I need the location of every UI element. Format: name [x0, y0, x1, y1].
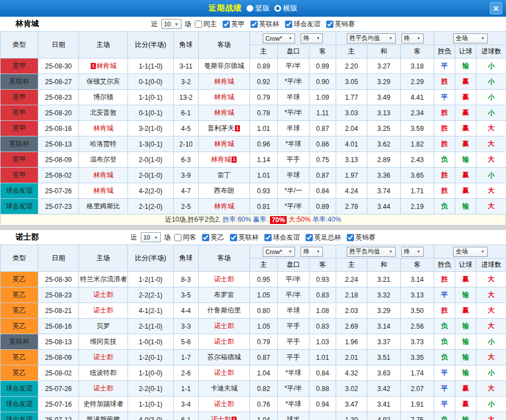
scope-select[interactable]: 全场 ▼ [453, 247, 488, 257]
radio-unselected-icon[interactable] [247, 5, 253, 12]
corners: 3-9 [174, 168, 199, 183]
filter-checkbox[interactable] [202, 234, 209, 241]
team-name-text[interactable]: 林肯城 [214, 202, 234, 210]
euro-final-select[interactable]: 终 ▼ [401, 33, 424, 43]
filter-option[interactable]: 英甲 [223, 19, 245, 29]
team-name-text[interactable]: 特兰米尔流浪者 [80, 275, 127, 283]
league-type-badge: 球会友谊 [1, 183, 38, 199]
team-name-text[interactable]: 诺士郡 [214, 369, 234, 377]
team-name-text[interactable]: 林肯城 [94, 124, 114, 132]
handicap-result: 赢 [455, 136, 476, 152]
filter-option[interactable]: 英联杯 [230, 233, 259, 242]
filter-checkbox[interactable] [264, 234, 272, 241]
ah-home-odds: 0.96 [250, 136, 278, 152]
team-name-text[interactable]: 苏尔福德城 [208, 353, 241, 361]
team-name-text[interactable]: 西布朗 [214, 187, 234, 194]
team-name-text[interactable]: 林肯城 [94, 187, 114, 194]
team-name-text[interactable]: 诺士郡 [214, 400, 234, 408]
team-name-text[interactable]: 博尔顿 [94, 93, 114, 101]
match-row: 英乙25-08-23诺士郡2-2(2-1)3-5布罗雷1.05平/半0.832.… [1, 287, 506, 303]
team-name-text[interactable]: 保顿艾尔宾 [87, 77, 120, 85]
handicap-result: 赢 [455, 381, 476, 397]
team-name-text[interactable]: 格里姆斯比 [87, 202, 120, 210]
summary-segment: 单率:40% [312, 215, 341, 224]
ah-final-select[interactable]: 终 ▼ [301, 247, 323, 257]
team-name-text[interactable]: 林肯城 [211, 155, 231, 163]
team-name-text[interactable]: 诺士郡 [94, 306, 114, 314]
team-name-text[interactable]: 贝罗 [97, 322, 110, 330]
euro-final-select[interactable]: 终 ▼ [401, 247, 424, 257]
team-name-text[interactable]: 普利茅夫 [208, 124, 234, 132]
team-name-text[interactable]: 林肯城 [214, 93, 234, 101]
bookmaker-select[interactable]: Crow* ▼ [263, 247, 295, 257]
filter-option[interactable]: 同主 [195, 19, 217, 29]
euro-draw-odds: 3.62 [367, 136, 401, 152]
filter-checkbox[interactable] [195, 21, 202, 28]
home-team: 林肯城 [79, 183, 128, 199]
filter-option[interactable]: 英联杯 [250, 19, 279, 29]
filter-checkbox[interactable] [347, 234, 354, 241]
team-name-text[interactable]: 凯泽斯劳腾 [87, 416, 120, 420]
filter-option[interactable]: 英锦赛 [326, 19, 355, 29]
filter-checkbox[interactable] [326, 21, 333, 28]
filter-checkbox[interactable] [285, 21, 292, 28]
match-count-select[interactable]: 10 ▼ [161, 19, 181, 29]
match-count-select[interactable]: 10 ▼ [141, 232, 161, 242]
match-date: 25-07-16 [38, 397, 79, 412]
home-team: 格里姆斯比 [79, 199, 128, 214]
team-name-text[interactable]: 诺士郡 [94, 291, 114, 299]
team-name-text[interactable]: 曼斯菲尔德城 [204, 62, 244, 70]
col-corner: 角球 [174, 32, 199, 58]
filter-option[interactable]: 英锦赛 [347, 233, 376, 242]
euro-draw-odds: 3.44 [367, 199, 401, 214]
team-name-text[interactable]: 维冈竞技 [90, 338, 117, 345]
team-name-text[interactable]: 哈洛贾特 [90, 140, 117, 148]
filter-checkbox[interactable] [174, 234, 181, 241]
team-name-text[interactable]: 诺士郡 [211, 416, 231, 420]
euro-avg-select[interactable]: 胜平负均值 ▼ [347, 247, 396, 257]
bookmaker-select[interactable]: Crow* ▼ [263, 33, 295, 43]
team-name-text[interactable]: 诺士郡 [94, 353, 114, 361]
team-name-text[interactable]: 诺士郡 [214, 275, 234, 283]
team-name-text[interactable]: 林肯城 [214, 109, 234, 116]
vertical-layout-radio[interactable]: 竖版 [247, 3, 270, 13]
filter-checkbox[interactable] [223, 21, 230, 28]
radio-selected-icon[interactable] [274, 5, 281, 12]
team-name-text[interactable]: 诺士郡 [214, 338, 234, 345]
horizontal-layout-radio[interactable]: 横版 [274, 3, 298, 13]
team-name-text[interactable]: 温布尔登 [90, 155, 117, 163]
euro-avg-select[interactable]: 胜平负均值 ▼ [347, 33, 396, 43]
games-label: 场 [164, 233, 171, 242]
summary-segment: 近10场,胜6平2负2, [165, 215, 222, 224]
filter-checkbox[interactable] [230, 234, 237, 241]
euro-odds-header: 胜平负均值 ▼ 终 ▼ [336, 32, 434, 45]
ah-away-odds: 1.09 [310, 90, 336, 105]
team-name-text[interactable]: 布罗雷 [214, 291, 234, 299]
team-name-text[interactable]: 雷丁 [218, 171, 231, 179]
close-button[interactable]: ✕ [490, 2, 502, 14]
scope-select[interactable]: 全场 ▼ [453, 33, 488, 43]
team-name-text[interactable]: 林肯城 [96, 62, 116, 70]
filter-option[interactable]: 球会友谊 [285, 19, 321, 29]
win-draw-loss-result: 胜 [434, 168, 455, 183]
ah-home-odds: 0.87 [250, 350, 278, 365]
filter-option[interactable]: 英乙 [202, 233, 224, 242]
team-name-text[interactable]: 卡迪夫城 [211, 384, 238, 392]
team-name-text[interactable]: 林肯城 [94, 171, 114, 179]
team-name-text[interactable]: 什鲁斯伯里 [208, 306, 241, 314]
col-type: 类型 [1, 32, 38, 58]
filter-checkbox[interactable] [250, 21, 258, 28]
team-name-text[interactable]: 诺士郡 [94, 384, 114, 392]
team-name-text[interactable]: 史特加踢球者 [83, 400, 124, 408]
ah-final-select[interactable]: 终 ▼ [301, 33, 323, 43]
team-name-text[interactable]: 北安普敦 [90, 109, 117, 116]
team-name-text[interactable]: 诺士郡 [214, 322, 234, 330]
filter-option[interactable]: 同客 [174, 233, 196, 242]
team-name-text[interactable]: 林肯城 [214, 77, 234, 85]
filter-checkbox[interactable] [306, 234, 313, 241]
team-name-text[interactable]: 纽波特郡 [90, 369, 117, 377]
filter-option[interactable]: 英足总杯 [306, 233, 341, 242]
team-name-text[interactable]: 林肯城 [214, 140, 234, 148]
vertical-layout-label: 竖版 [256, 3, 270, 13]
filter-option[interactable]: 球会友谊 [264, 233, 300, 242]
